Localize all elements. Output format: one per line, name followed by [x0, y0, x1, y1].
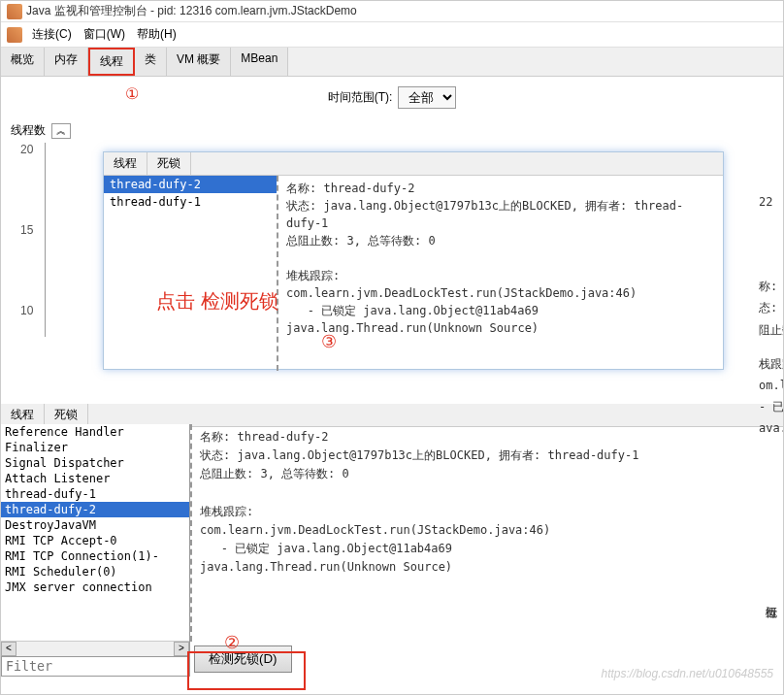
- y-axis: 20 15 10: [20, 143, 33, 317]
- watermark: https://blog.csdn.net/u010648555: [602, 667, 773, 680]
- lower-tab-deadlock[interactable]: 死锁: [45, 404, 88, 426]
- tab-threads[interactable]: 线程: [88, 48, 135, 76]
- right-overflow: 22 称: th 态: ja 阻止数 栈跟踪 om.lear - 已锁 ava.…: [759, 190, 783, 439]
- tab-vmsummary[interactable]: VM 概要: [167, 48, 231, 76]
- y-15: 15: [20, 223, 33, 237]
- popup-tabs: 线程 死锁: [104, 152, 723, 176]
- thread-item[interactable]: JMX server connection: [1, 579, 189, 595]
- main-tabs: 概览 内存 线程 类 VM 概要 MBean: [1, 48, 783, 77]
- highlight-box-2: [187, 651, 306, 690]
- popup-body: thread-dufy-2 thread-dufy-1 名称: thread-d…: [104, 176, 723, 371]
- annotation-3: ③: [321, 331, 337, 352]
- thread-list[interactable]: Reference HandlerFinalizerSignal Dispatc…: [1, 424, 189, 641]
- annotation-text: 点击 检测死锁: [156, 287, 278, 314]
- popup-tab-threads[interactable]: 线程: [104, 152, 147, 175]
- popup-thread-list: thread-dufy-2 thread-dufy-1: [104, 176, 278, 371]
- lower-right-panel: 名称: thread-dufy-2 状态: java.lang.Object@1…: [190, 424, 783, 677]
- thread-item[interactable]: thread-dufy-1: [1, 486, 189, 502]
- menu-window[interactable]: 窗口(W): [78, 24, 131, 45]
- filter-input[interactable]: [1, 656, 189, 677]
- menu-bar: 连接(C) 窗口(W) 帮助(H): [1, 22, 783, 48]
- window-title: Java 监视和管理控制台 - pid: 12316 com.learn.jvm…: [26, 3, 357, 19]
- annotation-1: ①: [125, 84, 139, 103]
- scroll-track[interactable]: [16, 642, 174, 656]
- lower-body: Reference HandlerFinalizerSignal Dispatc…: [1, 424, 783, 677]
- lower-left-panel: Reference HandlerFinalizerSignal Dispatc…: [1, 424, 190, 677]
- thread-count-label: 线程数: [11, 122, 46, 139]
- expand-button[interactable]: ︽: [51, 123, 71, 139]
- thread-item[interactable]: DestroyJavaVM: [1, 517, 189, 533]
- y-10: 10: [20, 304, 33, 317]
- thread-item[interactable]: thread-dufy-2: [1, 502, 189, 517]
- annotation-2: ②: [224, 632, 240, 653]
- thread-item[interactable]: RMI TCP Connection(1)-: [1, 548, 189, 564]
- java-icon: [7, 4, 22, 19]
- main-window: Java 监视和管理控制台 - pid: 12316 com.learn.jvm…: [0, 0, 784, 695]
- popup-tab-deadlock[interactable]: 死锁: [147, 152, 191, 175]
- popup-details: 名称: thread-dufy-2 状态: java.lang.Object@1…: [278, 176, 723, 371]
- menu-connect[interactable]: 连接(C): [26, 24, 78, 45]
- tab-mbean[interactable]: MBean: [231, 48, 288, 76]
- thread-item[interactable]: Finalizer: [1, 440, 189, 455]
- popup-thread-1[interactable]: thread-dufy-1: [104, 193, 277, 211]
- menu-help[interactable]: 帮助(H): [131, 24, 182, 45]
- scroll-left-icon[interactable]: <: [1, 642, 16, 656]
- tab-classes[interactable]: 类: [135, 48, 167, 76]
- thread-item[interactable]: Signal Dispatcher: [1, 455, 189, 471]
- time-range-label: 时间范围(T):: [328, 89, 393, 106]
- thread-item[interactable]: Reference Handler: [1, 424, 189, 440]
- thread-details: 名称: thread-dufy-2 状态: java.lang.Object@1…: [190, 424, 783, 642]
- thread-item[interactable]: RMI Scheduler(0): [1, 564, 189, 579]
- tab-memory[interactable]: 内存: [45, 48, 88, 76]
- app-icon: [7, 27, 22, 43]
- time-range-row: 时间范围(T): 全部: [1, 77, 783, 118]
- deadlock-popup: 线程 死锁 thread-dufy-2 thread-dufy-1 名称: th…: [103, 151, 724, 370]
- popup-thread-0[interactable]: thread-dufy-2: [104, 176, 277, 193]
- thread-count-header: 线程数 ︽: [1, 118, 783, 143]
- tab-overview[interactable]: 概览: [1, 48, 45, 76]
- thread-item[interactable]: Attach Listener: [1, 471, 189, 486]
- lower-tab-threads[interactable]: 线程: [1, 404, 45, 426]
- time-range-select[interactable]: 全部: [398, 86, 456, 109]
- hscrollbar[interactable]: < >: [1, 641, 189, 656]
- y-20: 20: [20, 143, 33, 156]
- axis-line: [45, 143, 46, 337]
- thread-item[interactable]: RMI TCP Accept-0: [1, 533, 189, 548]
- title-bar: Java 监视和管理控制台 - pid: 12316 com.learn.jvm…: [1, 1, 783, 22]
